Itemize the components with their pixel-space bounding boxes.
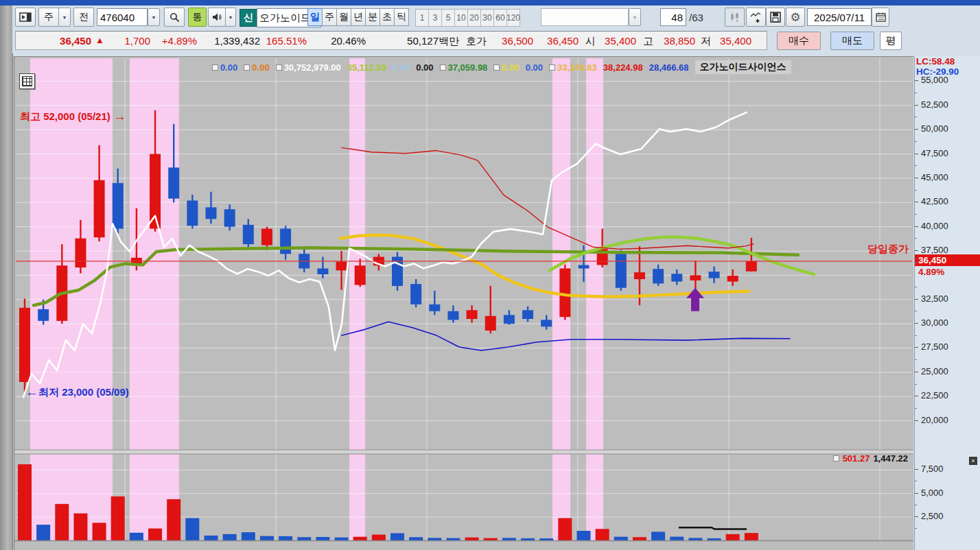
mode-button[interactable]: 주	[38, 8, 59, 27]
period-button-2[interactable]: 월	[336, 8, 351, 26]
volume-bar	[558, 518, 572, 540]
chart-canvas[interactable]	[14, 57, 913, 550]
search-button[interactable]	[164, 8, 185, 27]
price-change-pct: +4.89%	[153, 35, 197, 47]
interval-button-5[interactable]: 5	[441, 9, 455, 27]
axis-tick-mark	[915, 299, 918, 300]
empty-combo-dropdown[interactable]: ▼	[629, 8, 641, 26]
sound-toggle-button[interactable]: 통	[188, 8, 207, 27]
axis-tick-mark	[915, 117, 917, 117]
buy-button[interactable]: 매수	[777, 32, 821, 50]
high-annotation: 최고 52,000 (05/21) →	[20, 109, 126, 124]
low-price: 35,400	[712, 35, 751, 47]
trendline-button[interactable]	[746, 8, 766, 27]
avg-button[interactable]: 평	[880, 32, 902, 50]
candle-body	[616, 254, 627, 288]
axis-tick-mark	[915, 250, 918, 251]
high-price: 38,850	[654, 35, 695, 47]
legend-checkbox[interactable]	[549, 64, 555, 71]
sell-button[interactable]: 매도	[830, 32, 874, 50]
interval-button-20[interactable]: 20	[467, 9, 481, 27]
period-button-5[interactable]: 초	[380, 8, 395, 26]
legend-checkbox[interactable]	[833, 455, 839, 462]
volume-bar	[73, 514, 87, 541]
axis-tick-mark	[915, 214, 917, 215]
axis-tick-mark	[915, 505, 917, 505]
interval-buttons: 13510203060120	[415, 9, 520, 27]
period-button-3[interactable]: 년	[351, 8, 366, 26]
volume-collapse-icon[interactable]: ×	[969, 457, 977, 465]
symbol-input[interactable]	[97, 8, 148, 26]
mode-dropdown[interactable]: ▼	[58, 8, 71, 27]
period-button-0[interactable]: 일	[307, 8, 323, 26]
axis-tick-mark	[915, 129, 918, 130]
save-button[interactable]	[766, 8, 785, 27]
axis-tick-label: 2,500	[921, 511, 944, 521]
right-arrow-icon: →	[113, 109, 126, 123]
axis-tick-mark	[915, 263, 917, 263]
candle-body	[280, 228, 291, 254]
interval-button-30[interactable]: 30	[480, 9, 494, 27]
legend-checkbox[interactable]	[276, 64, 282, 71]
settings-button[interactable]: ⚙	[786, 8, 805, 27]
candle-body	[429, 304, 440, 311]
axis-tick-label: 52,500	[921, 99, 948, 110]
empty-combo[interactable]	[541, 8, 629, 26]
panel-toggle-button[interactable]	[15, 8, 36, 27]
prev-button[interactable]: 전	[73, 8, 94, 27]
interval-button-3[interactable]: 3	[428, 9, 442, 27]
legend-item-7: 0.00	[493, 62, 519, 73]
legend-checkbox[interactable]	[212, 64, 218, 71]
axis-tick-mark	[915, 93, 917, 93]
date-input[interactable]	[807, 8, 872, 26]
legend-checkbox[interactable]	[440, 64, 446, 71]
axis-tick-mark	[915, 287, 917, 287]
volume-bar	[596, 529, 609, 540]
candle-body	[113, 183, 124, 228]
legend-checkbox[interactable]	[244, 64, 250, 71]
volume-bar	[223, 534, 237, 541]
interval-button-120[interactable]: 120	[506, 9, 520, 27]
axis-tick-mark	[915, 493, 918, 494]
chevron-down-icon: ▼	[152, 15, 156, 20]
grid-settings-button[interactable]	[19, 73, 35, 89]
candle-body	[75, 239, 86, 267]
sound-toggle-label: 통	[193, 11, 202, 23]
chart-area[interactable]: 0.000.0030,752,979.0035,112.500.000.0037…	[14, 56, 913, 550]
legend-checkbox[interactable]	[493, 64, 500, 71]
period-button-4[interactable]: 분	[365, 8, 380, 26]
axis-tick-mark	[915, 226, 918, 227]
interval-button-10[interactable]: 10	[454, 9, 468, 27]
candle-body	[317, 268, 328, 274]
axis-tick-label: 27,500	[921, 342, 948, 352]
period-button-6[interactable]: 틱	[394, 8, 409, 26]
legend-item-9: 33,345.83	[549, 62, 597, 73]
chevron-down-icon: ▼	[633, 15, 638, 20]
price-axis-panel[interactable]: LC:58.48 HC:-29.90 36,450 4.89% × 55,000…	[914, 56, 980, 550]
interval-button-1[interactable]: 1	[415, 9, 429, 27]
candle-body	[261, 228, 272, 245]
volume-ma-black-value: 1,447.22	[873, 453, 908, 464]
panel-toggle-icon	[19, 12, 32, 22]
speaker-button[interactable]	[208, 8, 226, 27]
current-price-badge: 36,450	[915, 254, 980, 266]
ask-price: 36,500	[492, 35, 533, 47]
legend-item-4: 0.00	[393, 62, 410, 73]
axis-tick-mark	[915, 141, 917, 142]
legend-value: 33,345.83	[557, 62, 597, 73]
chevron-down-icon: ▼	[62, 15, 67, 20]
open-price: 35,400	[596, 35, 636, 47]
calendar-button[interactable]	[872, 8, 889, 27]
axis-tick-mark	[915, 516, 918, 517]
period-button-1[interactable]: 주	[322, 8, 337, 26]
bar-count-input[interactable]	[660, 8, 686, 26]
volume-bar	[55, 504, 69, 541]
legend-value: 30,752,979.00	[284, 62, 341, 73]
candle-body	[541, 320, 552, 326]
candle-body	[243, 225, 254, 244]
symbol-dropdown[interactable]: ▼	[148, 8, 160, 26]
interval-button-60[interactable]: 60	[493, 9, 507, 27]
speaker-dropdown[interactable]: ▼	[225, 8, 236, 27]
legend-value: 0.00	[526, 62, 543, 73]
left-splitter[interactable]	[0, 5, 13, 550]
